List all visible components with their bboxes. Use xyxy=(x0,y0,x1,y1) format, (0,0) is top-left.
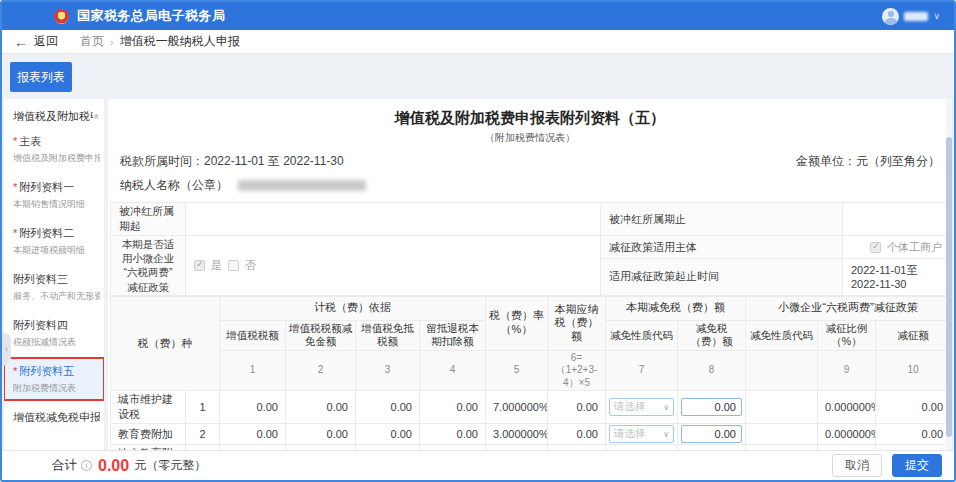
col-rate-header: 税（费）率（%） xyxy=(486,296,548,350)
tax-name: 城市维护建设税 xyxy=(111,391,186,424)
breadcrumb-home[interactable]: 首页 xyxy=(80,33,104,50)
sidebar-item-vat-exemption[interactable]: 增值税减免税申报明... xyxy=(4,404,104,430)
cell-exempt: 0.00 xyxy=(356,424,420,445)
cell-rate: 7.000000% xyxy=(486,391,548,424)
taxpayer-name-redacted xyxy=(238,180,366,191)
col-num xyxy=(746,350,818,391)
sidebar-item-schedule-3[interactable]: 附列资料三 服务、不动产和无形资产扣... xyxy=(4,266,104,308)
scrollbar-thumb[interactable] xyxy=(946,137,952,437)
col-species-header: 税（费）种 xyxy=(111,296,220,391)
tax-name: 教育费附加 xyxy=(111,424,186,445)
col-num: 9 xyxy=(818,350,876,391)
cell-credit: 0.00 xyxy=(420,391,486,424)
policy-info-table: 被冲红所属期起 被冲红所属期止 本期是否适用小微企业“六税两费”减征政策 是 否… xyxy=(110,202,951,296)
col-amount-header: 减免税（费）额 xyxy=(678,320,746,350)
chevron-down-icon: ∨ xyxy=(663,403,669,412)
nav-group-header[interactable]: 增值税及附加税申报（... ∧ xyxy=(4,109,104,124)
col-code2-header: 减免性质代码 xyxy=(746,320,818,350)
individual-business-checkbox[interactable] xyxy=(870,242,881,253)
surtax-table: 税（费）种 计税（费）依据 税（费）率（%） 本期应纳税（费）额 本期减免税（费… xyxy=(110,296,951,450)
sidebar-item-schedule-5-active[interactable]: 附列资料五 附加税费情况表 xyxy=(4,358,104,400)
sidebar-item-schedule-2[interactable]: 附列资料二 本期进项税额明细 xyxy=(4,220,104,262)
cell-exempt: 0.00 xyxy=(356,391,420,424)
group-micro-header: 小微企业“六税两费”减征政策 xyxy=(746,296,951,320)
form-subtitle: （附加税费情况表） xyxy=(108,131,952,145)
top-header-bar: 国家税务总局电子税务局 ∨ xyxy=(2,2,954,30)
micro-policy-yes-checkbox[interactable] xyxy=(194,260,205,271)
policy-range-label: 适用减征政策起止时间 xyxy=(601,259,843,296)
cell-vat-reduce: 0.00 xyxy=(286,391,356,424)
scrollbar-track[interactable] xyxy=(946,99,952,450)
cell-credit: 0.00 xyxy=(420,424,486,445)
red-end-label: 被冲红所属期止 xyxy=(601,203,843,236)
red-end-value xyxy=(843,203,951,236)
group-reduction-header: 本期减免税（费）额 xyxy=(606,296,746,320)
chevron-down-icon[interactable]: ∨ xyxy=(933,11,940,21)
item-title: 附列资料一 xyxy=(13,180,100,195)
chevron-up-icon[interactable]: ∧ xyxy=(93,112,99,121)
cell-ratio: 0.000000% xyxy=(818,391,876,424)
info-icon[interactable]: i xyxy=(81,460,92,471)
sidebar-item-schedule-1[interactable]: 附列资料一 本期销售情况明细 xyxy=(4,174,104,216)
sidebar-item-schedule-4[interactable]: 附列资料四 税额抵减情况表 xyxy=(4,312,104,354)
col-num: 1 xyxy=(220,350,286,391)
footer-total-value: 0.00 xyxy=(98,457,129,475)
select-placeholder: 请选择 xyxy=(614,400,646,414)
col-payable-header: 本期应纳税（费）额 xyxy=(548,296,606,350)
reduction-amount-input[interactable]: 0.00 xyxy=(681,425,742,443)
breadcrumb-bar: ← 返回 首页 › 增值税一般纳税人申报 xyxy=(2,30,954,54)
red-start-label: 被冲红所属期起 xyxy=(111,203,186,236)
tax-period: 税款所属时间：2022-11-01 至 2022-11-30 xyxy=(120,153,344,170)
subject-label: 减征政策适用主体 xyxy=(601,236,843,259)
breadcrumb-separator-icon: › xyxy=(110,36,114,48)
reduction-code-select[interactable]: 请选择∨ xyxy=(609,398,674,416)
tab-report-list[interactable]: 报表列表 xyxy=(10,62,72,92)
reduction-amount-input[interactable]: 0.00 xyxy=(681,398,742,416)
form-meta-row: 税款所属时间：2022-11-01 至 2022-11-30 金额单位：元（列至… xyxy=(120,153,940,170)
cancel-button[interactable]: 取消 xyxy=(832,454,882,477)
item-subtitle: 税额抵减情况表 xyxy=(13,336,100,349)
user-menu[interactable]: ∨ xyxy=(882,8,940,25)
form-panel: 增值税及附加税费申报表附列资料（五） （附加税费情况表） 税款所属时间：2022… xyxy=(108,99,952,450)
item-subtitle: 本期销售情况明细 xyxy=(13,198,100,211)
item-title: 附列资料四 xyxy=(13,318,100,333)
cell-micro-code xyxy=(746,391,818,424)
app-window: 国家税务总局电子税务局 ∨ ← 返回 首页 › 增值税一般纳税人申报 报表列表 … xyxy=(0,0,956,482)
nav-group-title: 增值税及附加税申报（... xyxy=(13,109,93,124)
item-subtitle: 本期进项税额明细 xyxy=(13,244,100,257)
footer-total-suffix: 元（零元整） xyxy=(134,457,206,474)
row-no: 1 xyxy=(186,391,220,424)
sidebar-collapse-handle[interactable]: ‹ xyxy=(2,332,11,366)
back-button[interactable]: 返回 xyxy=(34,33,58,50)
col-num: 3 xyxy=(356,350,420,391)
policy-range-value: 2022-11-01至2022-11-30 xyxy=(843,259,951,296)
item-subtitle: 服务、不动产和无形资产扣... xyxy=(13,290,100,303)
micro-policy-no-checkbox[interactable] xyxy=(228,260,239,271)
taxpayer-label: 纳税人名称（公章） xyxy=(120,177,228,194)
col-derate-header: 减征额 xyxy=(876,320,951,350)
item-title: 附列资料二 xyxy=(13,226,100,241)
back-arrow-icon[interactable]: ← xyxy=(14,34,28,50)
reduction-code-select[interactable]: 请选择∨ xyxy=(609,425,674,443)
user-avatar-icon[interactable] xyxy=(882,8,899,25)
col-vat-header: 增值税税额 xyxy=(220,320,286,350)
amount-unit: 金额单位：元（列至角分） xyxy=(796,153,940,170)
report-nav-panel: 增值税及附加税申报（... ∧ 主表 增值税及附加税费申报表 附列资料一 本期销… xyxy=(4,99,104,450)
col-num: 8 xyxy=(678,350,746,391)
item-title: 增值税减免税申报明... xyxy=(13,410,100,425)
item-title: 主表 xyxy=(13,134,100,149)
col-formula: 6=（1+2+3-4）×5 xyxy=(548,350,606,391)
cell-vat: 0.00 xyxy=(220,391,286,424)
subject-value: 个体工商户 xyxy=(843,236,951,259)
collapse-arrow-icon: ‹ xyxy=(5,344,8,354)
yes-label: 是 xyxy=(211,258,222,273)
tax-period-label: 税款所属时间： xyxy=(120,154,204,168)
submit-button[interactable]: 提交 xyxy=(892,454,942,477)
col-num: 7 xyxy=(606,350,678,391)
group-basis-header: 计税（费）依据 xyxy=(220,296,486,320)
action-bar: 合计 i 0.00 元（零元整） 取消 提交 xyxy=(2,450,954,480)
taxpayer-row: 纳税人名称（公章） xyxy=(120,177,940,194)
micro-policy-label: 本期是否适用小微企业“六税两费”减征政策 xyxy=(111,236,186,296)
tax-period-value: 2022-11-01 至 2022-11-30 xyxy=(204,154,344,168)
sidebar-item-main-form[interactable]: 主表 增值税及附加税费申报表 xyxy=(4,128,104,170)
